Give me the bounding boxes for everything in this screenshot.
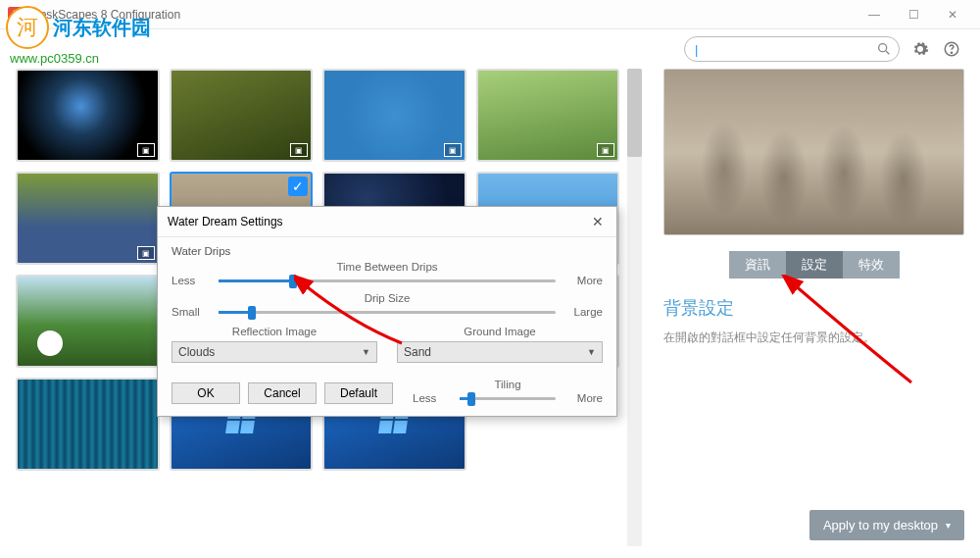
search-box[interactable]: | <box>684 36 900 62</box>
svg-point-0 <box>879 44 887 52</box>
video-badge-icon: ▣ <box>444 143 462 157</box>
dialog-titlebar[interactable]: Water Dream Settings ✕ <box>158 207 616 237</box>
slider-size-title: Drip Size <box>172 292 603 304</box>
wallpaper-thumb[interactable]: ▣ <box>322 69 466 162</box>
wallpaper-thumb[interactable]: ▣ <box>170 69 314 162</box>
chevron-down-icon: ▼ <box>587 347 596 357</box>
scrollbar-thumb[interactable] <box>627 69 642 157</box>
ground-dropdown[interactable]: Sand ▼ <box>397 341 603 363</box>
tab-effects[interactable]: 特效 <box>843 251 900 279</box>
apply-button-label: Apply to my desktop <box>823 518 938 533</box>
slider-time-track[interactable] <box>219 279 556 282</box>
preview-pane: 資訊 設定 特效 背景設定 在開啟的對話框中設定任何背景的設定。 Apply t… <box>642 69 964 546</box>
video-badge-icon: ▣ <box>290 143 308 157</box>
tab-settings[interactable]: 設定 <box>786 251 843 279</box>
section-title: 背景設定 <box>663 296 964 320</box>
gallery-scrollbar[interactable] <box>627 69 642 546</box>
video-badge-icon: ▣ <box>137 143 155 157</box>
slider-time-left: Less <box>172 275 211 286</box>
apply-button[interactable]: Apply to my desktop ▾ <box>809 510 964 540</box>
help-icon[interactable] <box>941 38 962 60</box>
close-button[interactable]: ✕ <box>933 1 972 28</box>
settings-icon[interactable] <box>909 38 931 60</box>
preview-tabs: 資訊 設定 特效 <box>729 251 900 279</box>
wallpaper-thumb[interactable] <box>16 378 160 471</box>
main-window: 河 河东软件园 www.pc0359.cn S DeskScapes 8 Con… <box>0 0 980 558</box>
group-water-drips: Water Drips <box>172 245 603 257</box>
ok-button[interactable]: OK <box>172 382 240 404</box>
slider-time-right: More <box>564 275 603 286</box>
section-desc: 在開啟的對話框中設定任何背景的設定。 <box>663 330 964 346</box>
watermark: 河 河东软件园 www.pc0359.cn <box>6 6 151 66</box>
dialog-close-button[interactable]: ✕ <box>589 213 607 230</box>
chevron-down-icon: ▾ <box>946 520 951 531</box>
watermark-logo-icon: 河 <box>6 6 49 49</box>
ground-value: Sand <box>404 345 431 359</box>
reflection-dropdown[interactable]: Clouds ▼ <box>172 341 377 363</box>
default-button[interactable]: Default <box>324 382 393 404</box>
slider-tiling-title: Tiling <box>413 379 603 390</box>
video-badge-icon: ▣ <box>597 143 614 157</box>
tab-info[interactable]: 資訊 <box>729 251 786 279</box>
wallpaper-thumb[interactable]: ▣ <box>16 172 160 265</box>
search-icon[interactable] <box>875 40 893 58</box>
watermark-url: www.pc0359.cn <box>10 51 151 66</box>
slider-tiling-handle[interactable] <box>467 392 475 406</box>
maximize-button[interactable]: ☐ <box>894 1 933 28</box>
watermark-brand: 河东软件园 <box>53 15 151 41</box>
ground-label: Ground Image <box>397 326 603 337</box>
wallpaper-thumb[interactable] <box>16 275 160 368</box>
slider-time-handle[interactable] <box>289 275 297 288</box>
window-title: DeskScapes 8 Configuration <box>31 8 855 22</box>
preview-image <box>663 69 964 235</box>
reflection-value: Clouds <box>178 345 215 359</box>
reflection-label: Reflection Image <box>172 326 377 337</box>
slider-tiling-right: More <box>564 392 603 404</box>
slider-size-left: Small <box>172 306 211 318</box>
search-caret-icon: | <box>695 42 698 57</box>
slider-size-right: Large <box>564 306 603 318</box>
wallpaper-thumb[interactable]: ▣ <box>16 69 160 162</box>
selected-check-icon: ✓ <box>288 177 308 196</box>
dialog-title: Water Dream Settings <box>168 215 283 228</box>
video-badge-icon: ▣ <box>137 246 155 260</box>
slider-size-handle[interactable] <box>248 306 256 320</box>
search-input[interactable] <box>702 42 875 56</box>
slider-size-track[interactable] <box>219 311 556 314</box>
svg-point-3 <box>951 52 952 53</box>
cancel-button[interactable]: Cancel <box>248 382 317 404</box>
chevron-down-icon: ▼ <box>362 347 370 357</box>
settings-dialog: Water Dream Settings ✕ Water Drips Time … <box>157 206 617 417</box>
slider-tiling-track[interactable] <box>460 397 556 400</box>
minimize-button[interactable]: — <box>855 1 894 28</box>
svg-line-1 <box>886 51 889 54</box>
slider-time-title: Time Between Drips <box>172 261 603 273</box>
slider-tiling-left: Less <box>413 392 452 404</box>
wallpaper-thumb[interactable]: ▣ <box>476 69 620 162</box>
